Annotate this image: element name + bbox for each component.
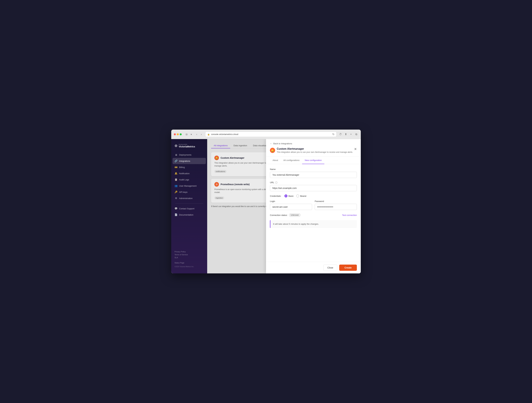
window-expand-button[interactable]: ▾ xyxy=(190,133,193,136)
window-controls: ⊟ ▾ xyxy=(185,133,193,136)
traffic-lights xyxy=(174,133,182,135)
audit-logs-icon: 📋 xyxy=(175,178,177,181)
sidebar-item-label: Notification xyxy=(179,172,190,175)
browser-actions: ⏱ ⬆ ＋ ⧉ xyxy=(339,132,358,136)
radio-basic[interactable]: Basic xyxy=(285,194,294,198)
alertmanager-icon: 🔔 xyxy=(214,156,219,160)
history-button[interactable]: ⏱ xyxy=(339,132,342,136)
logo-managed-text: Managed xyxy=(179,144,195,145)
administration-icon: ⚙ xyxy=(175,197,177,200)
main-content: All integrations Data ingestion Data vis… xyxy=(207,139,361,273)
logo-icon: ⊛ xyxy=(175,144,177,148)
test-connection-button[interactable]: Test connection xyxy=(342,214,357,216)
name-form-group: Name xyxy=(270,168,357,178)
contact-support-icon: 💬 xyxy=(175,207,177,210)
nav-items: 🖥 Deployments 🔗 Integrations 💳 Billing 🔔… xyxy=(171,152,207,248)
api-keys-icon: 🔑 xyxy=(175,191,177,193)
lock-icon: 🔒 xyxy=(207,133,210,135)
panel-close-button[interactable]: ✕ xyxy=(354,147,357,151)
radio-group: Basic Bearer xyxy=(285,194,306,198)
status-page-link[interactable]: Status Page xyxy=(175,262,204,264)
panel-footer: Close Create xyxy=(266,262,361,273)
tab-all-integrations[interactable]: All integrations xyxy=(211,143,230,148)
tabs-button[interactable]: ⧉ xyxy=(354,132,358,136)
integrations-icon: 🔗 xyxy=(175,160,177,162)
radio-basic-circle xyxy=(285,194,287,198)
panel-description: This integration allows you to use your … xyxy=(277,151,353,153)
password-form-group: Password xyxy=(315,200,357,210)
panel-tab-about[interactable]: About xyxy=(270,157,281,164)
sidebar-item-administration[interactable]: ⚙ Administration xyxy=(172,195,206,201)
terms-of-service-link[interactable]: Terms of Service xyxy=(175,254,204,256)
deployments-icon: 🖥 xyxy=(175,154,177,156)
maximize-window-button[interactable] xyxy=(180,133,182,135)
back-nav-button[interactable]: ‹ xyxy=(195,132,199,136)
nav-divider xyxy=(175,203,203,204)
connection-status-left: Connection status: Unknown xyxy=(270,213,301,217)
info-message: It will take about 5 minutes to apply th… xyxy=(273,223,319,225)
url-input[interactable] xyxy=(270,185,357,191)
login-form-group: Login xyxy=(270,200,312,210)
share-button[interactable]: ⬆ xyxy=(344,132,348,136)
password-input[interactable] xyxy=(315,204,357,210)
panel-title-text: Custom Alertmanager This integration all… xyxy=(277,147,353,153)
info-box: It will take about 5 minutes to apply th… xyxy=(270,220,357,228)
sidebar-item-label: Deployments xyxy=(179,154,191,156)
sidebar-item-deployments[interactable]: 🖥 Deployments xyxy=(172,152,206,158)
sidebar-item-notification[interactable]: 🔔 Notification xyxy=(172,170,206,177)
login-label: Login xyxy=(270,200,312,203)
tab-data-ingestion[interactable]: Data ingestion xyxy=(231,143,250,148)
password-label: Password xyxy=(315,200,357,203)
panel-tab-all-configurations[interactable]: All configurations xyxy=(281,157,302,164)
sidebar-item-documentation[interactable]: 📄 Documentation xyxy=(172,212,206,218)
documentation-icon: 📄 xyxy=(175,213,177,216)
url-label: URL i xyxy=(270,181,357,184)
sidebar: ⊛ Managed VictoriaMetrics 🖥 Deployments … xyxy=(171,139,207,273)
panel-overlay: ← Back to Integrations 🔔 Custom Alertman… xyxy=(266,139,361,273)
panel-alertmanager-icon: 🔔 xyxy=(270,148,275,153)
url-info-icon[interactable]: i xyxy=(275,181,278,184)
name-input[interactable] xyxy=(270,172,357,178)
login-password-row: Login Password xyxy=(270,200,357,210)
url-bar[interactable]: 🔒 console.victoriametrics.cloud ↻ xyxy=(205,132,336,137)
sidebar-item-api-keys[interactable]: 🔑 API keys xyxy=(172,189,206,195)
sidebar-item-integrations[interactable]: 🔗 Integrations xyxy=(172,158,206,164)
sidebar-item-user-management[interactable]: 👥 User Management xyxy=(172,183,206,189)
sidebar-item-billing[interactable]: 💳 Billing xyxy=(172,164,206,170)
minimize-window-button[interactable] xyxy=(177,133,179,135)
forward-nav-button[interactable]: › xyxy=(199,132,203,136)
panel-tabs: About All configurations New configurati… xyxy=(266,157,361,164)
card-tag: notifications xyxy=(214,170,227,173)
sidebar-toggle-button[interactable]: ⊟ xyxy=(185,133,188,136)
back-arrow-icon: ← xyxy=(270,142,272,145)
footer-copyright: ©2024 Victoria Metrics Inc. xyxy=(175,266,204,268)
credentials-row: Credentials: Basic Bearer xyxy=(270,194,357,198)
panel-body: Name URL i Credentials: xyxy=(266,164,361,262)
login-input[interactable] xyxy=(270,204,312,210)
sidebar-item-audit-logs[interactable]: 📋 Audit Logs xyxy=(172,177,206,183)
user-management-icon: 👥 xyxy=(175,184,177,187)
sidebar-item-contact-support[interactable]: 💬 Contact Support xyxy=(172,205,206,212)
browser-chrome: ⊟ ▾ ‹ › 🔒 console.victoriametrics.cloud … xyxy=(171,130,361,139)
close-button[interactable]: Close xyxy=(323,265,337,271)
logo-name-text: VictoriaMetrics xyxy=(179,145,195,148)
new-tab-button[interactable]: ＋ xyxy=(349,132,353,136)
close-window-button[interactable] xyxy=(174,133,176,135)
notification-icon: 🔔 xyxy=(175,172,177,175)
nav-buttons: ‹ › xyxy=(195,132,203,136)
privacy-policy-link[interactable]: Privacy Policy xyxy=(175,251,204,253)
logo-area: ⊛ Managed VictoriaMetrics xyxy=(171,142,207,152)
sidebar-item-label: Integrations xyxy=(179,160,190,162)
panel-title-row: 🔔 Custom Alertmanager This integration a… xyxy=(270,147,357,153)
panel-back-label: Back to Integrations xyxy=(273,142,292,145)
radio-basic-label: Basic xyxy=(288,195,294,197)
credentials-label: Credentials: xyxy=(270,195,281,197)
create-button[interactable]: Create xyxy=(339,265,357,271)
panel-title: Custom Alertmanager xyxy=(277,147,353,150)
radio-bearer[interactable]: Bearer xyxy=(296,194,306,198)
footer-links: Privacy Policy Terms of Service SLA Stat… xyxy=(175,251,204,264)
panel-back-button[interactable]: ← Back to Integrations xyxy=(270,142,357,145)
reload-button[interactable]: ↻ xyxy=(332,133,335,136)
sla-link[interactable]: SLA xyxy=(175,256,204,259)
panel-tab-new-configuration[interactable]: New configuration xyxy=(302,157,324,164)
